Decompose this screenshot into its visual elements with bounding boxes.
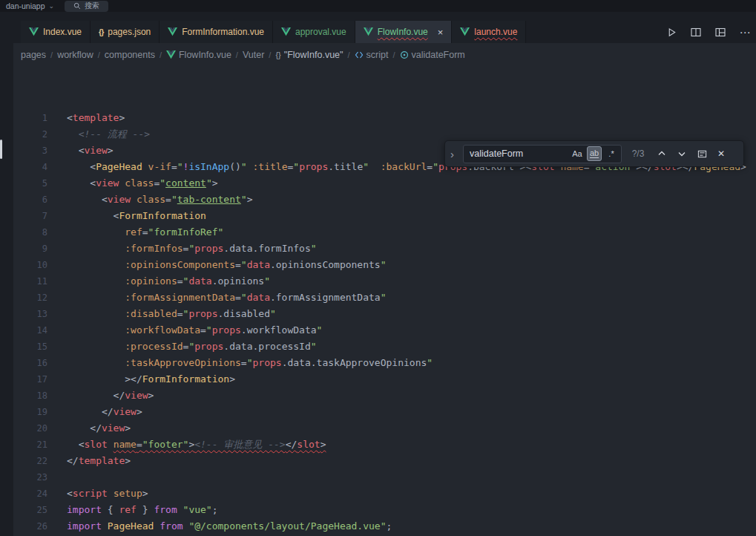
line-number[interactable]: 17 [13,371,47,388]
code-token: > [119,112,125,123]
tab-approval-vue[interactable]: approval.vue [273,21,355,43]
code-token: " [206,324,212,336]
code-line[interactable]: <view class="content"> [67,175,746,192]
breadcrumb-item-vuter[interactable]: Vuter [243,50,264,60]
find-input[interactable] [470,148,568,159]
code-line[interactable]: import PageHead from "@/components/layou… [67,518,746,535]
line-number[interactable]: 6 [13,192,47,208]
customize-layout-icon[interactable] [714,25,727,39]
line-number[interactable]: 19 [13,404,47,420]
next-match-button[interactable] [674,146,689,161]
breadcrumb-item--flowinfo-vue-[interactable]: {}"FlowInfo.vue" [275,50,343,60]
code-line[interactable]: <FormInformation [67,208,746,224]
code-editor[interactable]: 1234567891011121314151617181920212223242… [13,67,756,536]
code-line[interactable]: </view> [67,404,746,420]
code-token: class [137,194,165,205]
code-token: .data.formInfos [223,243,310,254]
line-number[interactable]: 15 [13,339,47,355]
run-icon[interactable] [665,25,678,39]
line-number[interactable]: 1 [13,110,47,126]
regex-button[interactable]: .* [604,146,619,161]
breadcrumb-separator: / [160,50,162,59]
code-token [142,161,148,172]
code-token: { [102,504,119,515]
code-line[interactable]: :taskApproveOpinions="props.data.taskApp… [67,355,746,371]
code-line[interactable]: :disabled="props.disabled" [67,306,746,322]
line-number[interactable]: 16 [13,355,47,371]
code-line[interactable]: </view> [67,420,746,437]
workspace-menu[interactable]: dan-uniapp ⌄ [6,1,54,10]
code-line[interactable]: <template> [67,110,746,126]
line-number[interactable]: 5 [13,175,47,192]
code-line[interactable]: :opinionsComponents="data.opinionsCompon… [67,257,746,273]
line-number[interactable]: 4 [13,159,47,175]
code-token: < [67,439,84,450]
tab-launch-vue[interactable]: launch.vue [452,21,526,43]
tab-flowinfo-vue[interactable]: FlowInfo.vue× [355,21,453,43]
code-line[interactable]: ></FormInformation> [67,371,746,388]
line-number[interactable]: 24 [13,486,47,502]
titlebar-search[interactable]: 搜索 [65,1,108,12]
breadcrumb-item-validateform[interactable]: validateForm [400,50,465,60]
code-line[interactable]: <slot name="footer"><!-- 审批意见 --></slot> [67,437,746,453]
line-number[interactable]: 2 [13,126,47,143]
tab-index-vue[interactable]: Index.vue [21,21,91,43]
code-line[interactable]: <script setup> [67,486,746,502]
code-line[interactable]: ref="formInfoRef" [67,224,746,241]
breadcrumb-item-workflow[interactable]: workflow [57,50,93,60]
breadcrumb-label: Vuter [243,50,264,60]
code-token: view [114,406,137,417]
line-number[interactable]: 11 [13,273,47,290]
code-line[interactable]: :opinions="data.opinions" [67,273,746,290]
code-line[interactable]: :formAssignmentData="data.formAssignment… [67,290,746,306]
line-number[interactable]: 14 [13,322,47,339]
tab-pages-json[interactable]: {}pages.json [91,21,160,43]
whole-word-label: ab [590,149,599,159]
whole-word-button[interactable]: ab [587,146,602,161]
code-line[interactable]: :workflowData="props.workflowData" [67,322,746,339]
line-number[interactable]: 13 [13,306,47,322]
line-number[interactable]: 8 [13,224,47,241]
code-line[interactable]: :processId="props.data.processId" [67,339,746,355]
breadcrumb-item-flowinfo-vue[interactable]: FlowInfo.vue [166,50,231,60]
more-actions-icon[interactable]: ⋯ [738,25,752,39]
line-number[interactable]: 9 [13,241,47,257]
line-number[interactable]: 7 [13,208,47,224]
line-number[interactable]: 22 [13,453,47,469]
breadcrumb-item-script[interactable]: script [355,50,389,60]
close-icon[interactable]: × [438,27,444,37]
previous-match-button[interactable] [654,146,669,161]
code-line[interactable] [67,469,746,486]
code-line[interactable]: </template> [67,453,746,469]
split-editor-icon[interactable] [689,25,703,39]
line-number[interactable]: 20 [13,420,47,437]
tab-forminformation-vue[interactable]: FormInformation.vue [160,21,273,43]
line-number[interactable]: 18 [13,388,47,404]
code-token: isInApp [188,161,229,172]
code-token: view [102,422,125,434]
line-number[interactable]: 25 [13,502,47,518]
find-in-selection-button[interactable] [694,146,709,161]
line-number[interactable]: 12 [13,290,47,306]
code-line[interactable]: </view> [67,388,746,404]
breadcrumb-item-components[interactable]: components [105,50,155,60]
line-number[interactable]: 23 [13,469,47,486]
line-number[interactable]: 3 [13,143,47,159]
line-number[interactable]: 21 [13,437,47,453]
code-line[interactable]: :formInfos="props.data.formInfos" [67,241,746,257]
code-token: .opinions [212,275,264,287]
code-line[interactable]: <view class="tab-content"> [67,192,746,208]
toggle-replace-chevron-icon[interactable]: › [450,148,458,160]
code-token: :disabled [125,308,177,319]
line-number[interactable]: 10 [13,257,47,273]
line-number[interactable]: 26 [13,518,47,535]
match-case-button[interactable]: Aa [570,146,585,161]
code-token: = [241,357,247,368]
code-token [67,357,125,368]
code-token: < [67,161,96,172]
breadcrumb-separator: / [50,50,53,59]
close-find-button[interactable]: ✕ [714,148,728,159]
code-line[interactable]: import { ref } from "vue"; [67,502,746,518]
breadcrumb-item-pages[interactable]: pages [21,50,46,60]
code-lines: <template> <!-- 流程 --> <view> <PageHead … [67,110,746,535]
